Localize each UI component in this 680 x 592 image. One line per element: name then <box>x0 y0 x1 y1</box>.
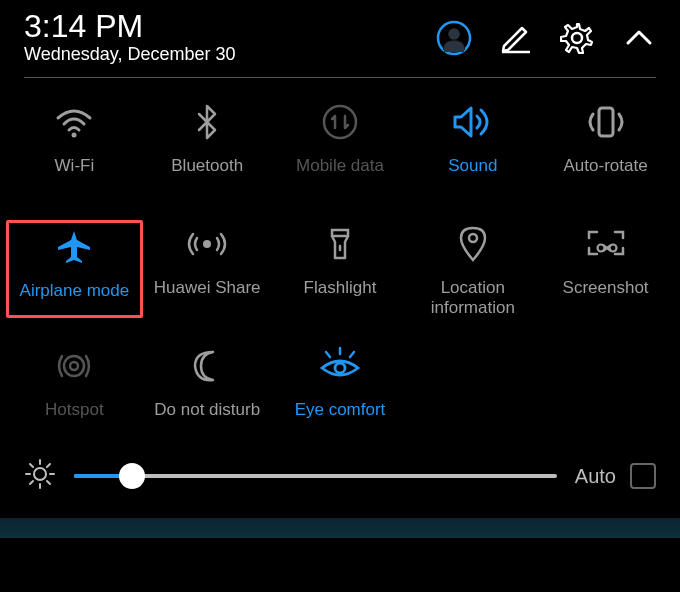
bluetooth-icon <box>187 102 227 142</box>
auto-brightness-checkbox[interactable] <box>630 463 656 489</box>
svg-line-25 <box>30 464 33 467</box>
tile-screenshot[interactable]: Screenshot <box>539 224 672 322</box>
collapse-icon[interactable] <box>622 21 656 55</box>
tile-auto-rotate[interactable]: Auto-rotate <box>539 102 672 200</box>
tile-label: Sound <box>448 156 497 176</box>
svg-point-15 <box>64 356 84 376</box>
brightness-slider[interactable] <box>74 462 557 490</box>
tile-airplane-mode[interactable]: Airplane mode <box>6 220 143 318</box>
svg-line-18 <box>326 352 330 357</box>
svg-line-19 <box>350 352 354 357</box>
moon-icon <box>187 346 227 386</box>
svg-point-16 <box>335 363 345 373</box>
svg-rect-7 <box>599 108 613 136</box>
tile-label: Huawei Share <box>154 278 261 298</box>
svg-rect-9 <box>332 230 348 236</box>
bottom-strip <box>0 518 680 538</box>
brightness-row: Auto <box>0 448 680 512</box>
wifi-icon <box>54 102 94 142</box>
tile-location[interactable]: Location information <box>406 224 539 322</box>
svg-point-5 <box>72 133 77 138</box>
clock-time: 3:14 PM <box>24 10 436 42</box>
header: 3:14 PM Wednesday, December 30 <box>0 0 680 77</box>
user-icon[interactable] <box>436 20 472 56</box>
svg-line-27 <box>30 481 33 484</box>
screenshot-icon <box>585 224 627 264</box>
clock-date: Wednesday, December 30 <box>24 44 436 65</box>
sound-icon <box>451 102 495 142</box>
svg-point-6 <box>324 106 356 138</box>
settings-icon[interactable] <box>560 21 594 55</box>
svg-point-14 <box>70 362 78 370</box>
tile-label: Bluetooth <box>171 156 243 176</box>
tile-do-not-disturb[interactable]: Do not disturb <box>141 346 274 444</box>
tile-bluetooth[interactable]: Bluetooth <box>141 102 274 200</box>
tile-huawei-share[interactable]: Huawei Share <box>141 224 274 322</box>
tile-label: Flashlight <box>304 278 377 298</box>
flashlight-icon <box>320 224 360 264</box>
tile-label: Mobile data <box>296 156 384 176</box>
datetime-block[interactable]: 3:14 PM Wednesday, December 30 <box>24 10 436 65</box>
tile-label: Hotspot <box>45 400 104 420</box>
svg-line-26 <box>47 481 50 484</box>
tile-sound[interactable]: Sound <box>406 102 539 200</box>
tile-hotspot[interactable]: Hotspot <box>8 346 141 444</box>
tile-label: Auto-rotate <box>564 156 648 176</box>
auto-rotate-icon <box>585 102 627 142</box>
tile-mobile-data[interactable]: Mobile data <box>274 102 407 200</box>
tile-flashlight[interactable]: Flashlight <box>274 224 407 322</box>
tile-label: Do not disturb <box>154 400 260 420</box>
airplane-icon <box>54 227 94 267</box>
tile-eye-comfort[interactable]: Eye comfort <box>274 346 407 444</box>
svg-point-20 <box>34 468 46 480</box>
svg-point-4 <box>572 33 582 43</box>
tile-label: Eye comfort <box>295 400 386 420</box>
quick-settings-grid: Wi-Fi Bluetooth Mobile data Sound Auto-r… <box>0 78 680 448</box>
svg-point-2 <box>449 28 460 39</box>
tile-wifi[interactable]: Wi-Fi <box>8 102 141 200</box>
auto-brightness-label: Auto <box>575 465 616 488</box>
tile-label: Screenshot <box>563 278 649 298</box>
eye-icon <box>318 346 362 386</box>
tile-label: Location information <box>406 278 539 319</box>
svg-point-11 <box>469 234 477 242</box>
brightness-icon <box>24 458 56 494</box>
tile-label: Airplane mode <box>20 281 130 301</box>
huawei-share-icon <box>187 224 227 264</box>
tile-label: Wi-Fi <box>55 156 95 176</box>
edit-icon[interactable] <box>500 22 532 54</box>
svg-line-28 <box>47 464 50 467</box>
hotspot-icon <box>54 346 94 386</box>
svg-point-8 <box>203 240 211 248</box>
mobile-data-icon <box>320 102 360 142</box>
location-icon <box>453 224 493 264</box>
